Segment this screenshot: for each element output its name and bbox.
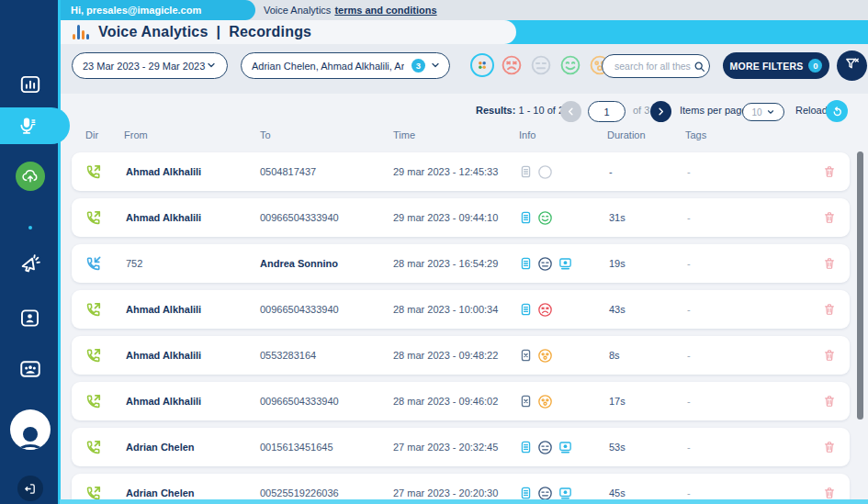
page-title: Voice Analytics | Recordings (98, 24, 311, 40)
vertical-scrollbar[interactable] (857, 151, 863, 420)
duration-cell: - (609, 152, 613, 191)
sidebar-item-contacts[interactable] (0, 299, 60, 336)
from-cell: 752 (126, 244, 142, 283)
doc-cyan-icon[interactable] (519, 210, 533, 225)
time-cell: 28 mar 2023 - 10:00:34 (393, 290, 498, 329)
page-number-input[interactable] (588, 101, 626, 122)
doc-gray-icon[interactable] (519, 164, 533, 179)
bottom-accent-strip (60, 499, 868, 504)
sidebar-item-upload[interactable] (0, 158, 60, 195)
users-filter-dropdown[interactable]: Adrian Chelen, Ahmad Alkhalili, Andr... … (241, 52, 450, 79)
from-cell: Ahmad Alkhalili (126, 382, 201, 420)
outgoing-call-icon (85, 152, 102, 191)
people-icon (18, 357, 42, 381)
happy-filter-icon[interactable] (558, 53, 582, 77)
delete-recording-button[interactable] (823, 336, 836, 375)
search-input[interactable] (613, 60, 693, 73)
trash-icon (823, 440, 836, 454)
sad-icon[interactable] (537, 302, 553, 318)
table-row[interactable]: Ahmad Alkhalili0096650433394028 mar 2023… (72, 382, 850, 420)
sidebar-item-logout[interactable] (0, 470, 60, 504)
video-icon[interactable] (558, 440, 573, 454)
doc-cyan-icon[interactable] (519, 302, 533, 317)
outgoing-call-icon (85, 290, 102, 329)
items-per-page-value: 10 (751, 107, 761, 118)
sidebar-item-recordings[interactable] (0, 107, 70, 144)
search-icon[interactable] (693, 61, 705, 73)
delete-recording-button[interactable] (823, 152, 836, 191)
doc-cyan-icon[interactable] (519, 486, 533, 500)
terms-area: Voice Analytics terms and conditions (264, 0, 437, 20)
previous-page-button[interactable] (560, 101, 581, 122)
doc-cyan-icon[interactable] (519, 256, 533, 271)
surprised-icon[interactable] (537, 394, 553, 409)
time-cell: 27 mar 2023 - 20:32:45 (393, 428, 498, 466)
doc-x-icon[interactable] (519, 394, 533, 409)
user-greeting: Hi, presales@imagicle.com (71, 5, 201, 16)
delete-recording-button[interactable] (823, 428, 836, 466)
sidebar-item-dashboard[interactable] (0, 66, 60, 103)
sidebar-item-profile[interactable] (0, 411, 60, 448)
tags-cell: - (687, 198, 691, 237)
reload-button[interactable] (826, 100, 848, 122)
sidebar-item-collapsed-dot[interactable] (0, 209, 60, 246)
next-page-button[interactable] (650, 101, 671, 122)
product-name: Voice Analytics (98, 24, 209, 40)
page-of-label: of 3 (633, 105, 649, 116)
tags-cell: - (687, 336, 691, 375)
duration-cell: 8s (609, 336, 620, 375)
neutral-filter-icon[interactable] (529, 53, 553, 77)
chevron-down-icon (430, 60, 441, 73)
column-header-to: To (260, 129, 271, 140)
avatar-icon (10, 409, 51, 450)
column-header-info: Info (519, 129, 535, 140)
table-row[interactable]: 752Andrea Sonnino28 mar 2023 - 16:54:291… (72, 244, 850, 283)
all-sentiments-filter-icon[interactable] (470, 53, 494, 77)
circle-empty-icon[interactable] (537, 164, 553, 180)
column-header-from: From (124, 129, 148, 140)
results-summary: Results: 1 - 10 of 27 (476, 105, 569, 116)
table-row[interactable]: Adrian Chelen001561345164527 mar 2023 - … (72, 428, 850, 466)
delete-recording-button[interactable] (823, 382, 836, 420)
delete-recording-button[interactable] (823, 198, 836, 237)
trash-icon (823, 302, 836, 317)
tags-cell: - (687, 428, 691, 466)
sidebar-item-user-groups[interactable] (0, 351, 60, 387)
more-filters-button[interactable]: MORE FILTERS 0 (723, 52, 829, 79)
column-header-tags: Tags (685, 129, 706, 140)
time-cell: 29 mar 2023 - 09:44:10 (393, 198, 498, 237)
table-row[interactable]: Ahmad Alkhalili0096650433394028 mar 2023… (72, 290, 850, 329)
date-range-dropdown[interactable]: 23 Mar 2023 - 29 Mar 2023 (72, 52, 228, 79)
sad-filter-icon[interactable] (500, 53, 524, 77)
sidebar-item-announcements[interactable] (0, 246, 60, 283)
surprised-icon[interactable] (537, 348, 553, 364)
doc-x-icon[interactable] (519, 348, 533, 363)
info-icons (519, 244, 573, 283)
trash-icon (823, 348, 836, 363)
delete-recording-button[interactable] (823, 290, 836, 329)
voice-analytics-app: Hi, presales@imagicle.com Voice Analytic… (0, 0, 868, 504)
dot-icon (28, 226, 32, 230)
neutral-icon[interactable] (537, 440, 553, 455)
info-icons (519, 382, 553, 420)
smile-icon[interactable] (537, 210, 553, 226)
chevron-down-icon (206, 60, 217, 73)
trash-icon (823, 210, 836, 225)
delete-recording-button[interactable] (823, 244, 836, 283)
terms-and-conditions-link[interactable]: terms and conditions (334, 5, 436, 16)
neutral-icon[interactable] (537, 256, 553, 272)
table-row[interactable]: Ahmad Alkhalili0096650433394029 mar 2023… (72, 198, 850, 237)
table-row[interactable]: Ahmad Alkhalili055328316428 mar 2023 - 0… (72, 336, 850, 375)
neutral-icon[interactable] (537, 486, 553, 501)
clear-filters-button[interactable] (837, 50, 867, 81)
time-cell: 29 mar 2023 - 12:45:33 (393, 152, 498, 191)
outgoing-call-icon (85, 198, 102, 237)
user-greeting-pill[interactable]: Hi, presales@imagicle.com (60, 0, 255, 20)
video-icon[interactable] (558, 486, 573, 500)
video-icon[interactable] (558, 256, 573, 271)
column-header-duration: Duration (607, 129, 646, 140)
items-per-page-dropdown[interactable]: 10 (742, 103, 784, 121)
doc-cyan-icon[interactable] (519, 440, 533, 454)
table-row[interactable]: Ahmad Alkhalili050481743729 mar 2023 - 1… (72, 152, 850, 191)
page-name: Recordings (229, 24, 311, 40)
